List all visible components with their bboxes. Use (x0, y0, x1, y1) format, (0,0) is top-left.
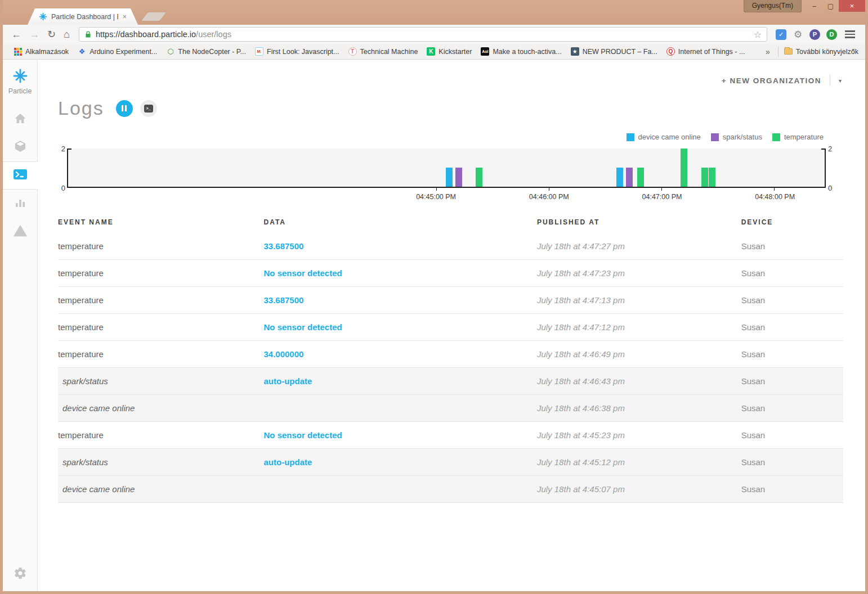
table-row[interactable]: spark/statusauto-updateJuly 18th at 4:45… (58, 449, 843, 476)
cell-device: Susan (741, 295, 843, 305)
table-row[interactable]: temperatureNo sensor detectedJuly 18th a… (58, 422, 843, 449)
pause-button[interactable] (116, 100, 133, 117)
bookmark-label: Alkalmazások (25, 48, 69, 56)
cell-data: auto-update (263, 376, 536, 386)
cell-published-at: July 18th at 4:46:38 pm (537, 403, 741, 413)
chart-bar[interactable] (701, 168, 708, 187)
bookmark-item[interactable]: KKickstarter (422, 47, 476, 56)
sidebar-item-devices[interactable] (3, 133, 37, 161)
browser-toolbar: ← → ↻ ⌂ https://dashboard.particle.io/us… (3, 25, 865, 44)
browser-tab[interactable]: Particle Dashboard | Build × (28, 8, 138, 25)
gear-extension-icon[interactable]: ⚙ (793, 29, 803, 40)
table-row[interactable]: temperature34.000000July 18th at 4:46:49… (58, 341, 843, 368)
bookmark-label: The NodeCopter - P... (178, 48, 246, 56)
table-row[interactable]: device came onlineJuly 18th at 4:46:38 p… (58, 395, 843, 422)
chart-bar[interactable] (455, 168, 462, 187)
chrome-menu-icon[interactable] (840, 30, 861, 38)
table-row[interactable]: temperature33.687500July 18th at 4:47:13… (58, 287, 843, 314)
sidebar-item-analytics[interactable] (3, 190, 37, 218)
bookmark-item[interactable]: ⬡The NodeCopter - P... (162, 47, 250, 56)
header-device: DEVICE (741, 218, 843, 226)
bookmark-item[interactable]: ❖Arduino Experiment... (73, 47, 162, 56)
chart-bar[interactable] (446, 168, 453, 187)
sidebar-item-alerts[interactable] (3, 218, 37, 246)
other-bookmarks-label: További könyvjelzők (796, 48, 858, 56)
bookmark-star-icon[interactable]: ☆ (754, 29, 762, 40)
close-button[interactable]: × (839, 0, 865, 12)
check-extension-icon[interactable]: ✓ (776, 29, 786, 40)
tab-title: Particle Dashboard | Build (51, 13, 118, 21)
back-button[interactable]: ← (7, 29, 25, 39)
bookmark-item[interactable]: QInternet of Things - ... (662, 47, 750, 56)
table-row[interactable]: temperatureNo sensor detectedJuly 18th a… (58, 260, 843, 287)
home-icon (14, 111, 27, 127)
bookmarks-overflow-icon[interactable]: » (763, 47, 772, 56)
chart-bar[interactable] (476, 168, 482, 187)
chart-bar[interactable] (637, 168, 644, 187)
logs-icon (13, 168, 28, 183)
org-dropdown-icon[interactable]: ▾ (839, 78, 842, 84)
table-row[interactable]: temperature33.687500July 18th at 4:47:27… (58, 233, 843, 260)
new-tab-button[interactable] (141, 12, 166, 21)
bookmark-item[interactable]: ★NEW PRODUCT – Fa... (566, 47, 662, 56)
chart-bar[interactable] (681, 148, 687, 187)
address-bar[interactable]: https://dashboard.particle.io/user/logs … (79, 27, 767, 42)
minimize-button[interactable]: – (806, 0, 822, 12)
bookmark-item[interactable]: TTechnical Machine (344, 47, 423, 56)
bookmark-item[interactable]: Alkalmazások (10, 48, 73, 56)
forward-button[interactable]: → (25, 29, 43, 39)
cell-event-name: temperature (58, 322, 263, 332)
https-lock-icon (84, 30, 92, 38)
tab-close-icon[interactable]: × (122, 12, 127, 21)
chart-legend: device came onlinespark/statustemperatur… (58, 133, 824, 141)
page-title: Logs (58, 97, 104, 119)
bookmark-item[interactable]: AolMake a touch-activa... (476, 47, 566, 56)
bookmark-favicon-icon: K (427, 47, 435, 56)
d-extension-icon[interactable]: D (826, 29, 837, 40)
cell-event-name: temperature (58, 268, 263, 278)
table-row[interactable]: temperatureNo sensor detectedJuly 18th a… (58, 314, 843, 341)
cell-event-name: device came online (58, 403, 263, 413)
org-separator (830, 75, 830, 86)
events-chart: device came onlinespark/statustemperatur… (58, 133, 835, 204)
cell-device: Susan (741, 322, 843, 332)
analytics-icon (14, 196, 27, 212)
new-organization-button[interactable]: + NEW ORGANIZATION (722, 76, 821, 85)
cell-event-name: temperature (58, 349, 263, 359)
bookmark-favicon-icon: Aol (481, 47, 489, 56)
url-path: /user/logs (196, 30, 231, 39)
y-tick-max: 2 (61, 145, 65, 153)
maximize-button[interactable]: ▢ (822, 0, 839, 12)
cell-device: Susan (741, 241, 843, 251)
sidebar-item-settings[interactable] (3, 566, 37, 582)
table-row[interactable]: spark/statusauto-updateJuly 18th at 4:46… (58, 368, 843, 395)
x-tick-label: 04:46:00 PM (529, 193, 569, 201)
table-row[interactable]: device came onlineJuly 18th at 4:45:07 p… (58, 476, 843, 503)
cell-device: Susan (741, 376, 843, 386)
reload-button[interactable]: ↻ (43, 29, 60, 39)
org-row: + NEW ORGANIZATION ▾ (38, 60, 865, 86)
profile-chip[interactable]: Gyengus(Tm) (744, 0, 802, 12)
cell-data: 34.000000 (263, 349, 536, 359)
terminal-button[interactable]: >_ (140, 100, 157, 117)
chart-bar[interactable] (709, 168, 715, 187)
y-tick-max-right: 2 (828, 145, 832, 153)
legend-swatch (627, 133, 634, 141)
sidebar-item-logs[interactable] (3, 161, 38, 190)
y-axis-right: 2 0 (826, 148, 835, 188)
other-bookmarks-folder[interactable]: További könyvjelzők (784, 48, 858, 56)
particle-logo: Particle (3, 60, 37, 97)
home-button[interactable]: ⌂ (60, 29, 74, 39)
sidebar-item-home[interactable] (3, 105, 37, 133)
chart-bar[interactable] (616, 168, 623, 187)
p-extension-icon[interactable]: P (809, 29, 820, 40)
cell-device: Susan (741, 403, 843, 413)
cell-published-at: July 18th at 4:47:23 pm (537, 268, 741, 278)
cell-event-name: spark/status (58, 376, 263, 386)
bookmark-label: Make a touch-activa... (493, 48, 561, 56)
cell-published-at: July 18th at 4:46:49 pm (537, 349, 741, 359)
bookmarks-bar: Alkalmazások❖Arduino Experiment...⬡The N… (3, 44, 865, 60)
bookmark-item[interactable]: M:First Look: Javascript... (250, 47, 344, 56)
x-tick-label: 04:45:00 PM (416, 193, 456, 201)
chart-bar[interactable] (626, 168, 633, 187)
